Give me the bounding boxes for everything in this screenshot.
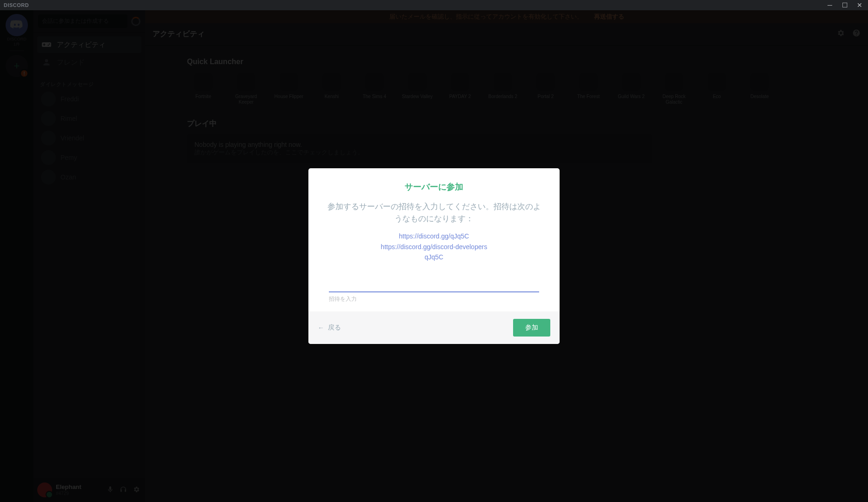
join-button[interactable]: 参加 bbox=[513, 319, 550, 337]
minimize-button[interactable]: ─ bbox=[823, 0, 836, 10]
modal-footer: ← 戻る 参加 bbox=[308, 311, 560, 344]
invite-input-label: 招待を入力 bbox=[329, 295, 539, 303]
close-button[interactable]: ✕ bbox=[853, 0, 866, 10]
invite-example: https://discord.gg/qJq5C bbox=[324, 231, 544, 241]
invite-input[interactable] bbox=[329, 276, 539, 292]
invite-example: https://discord.gg/discord-developers bbox=[324, 242, 544, 252]
maximize-button[interactable]: ☐ bbox=[838, 0, 851, 10]
modal-description: 参加するサーバーの招待を入力してください。招待は次のようなものになります： bbox=[324, 201, 544, 225]
window-controls: ─ ☐ ✕ bbox=[823, 0, 868, 10]
invite-example: qJq5C bbox=[324, 252, 544, 262]
app-logo-text: DISCORD bbox=[4, 2, 29, 8]
arrow-left-icon: ← bbox=[318, 324, 324, 331]
modal-examples: https://discord.gg/qJq5Chttps://discord.… bbox=[324, 231, 544, 262]
join-server-modal: サーバーに参加 参加するサーバーの招待を入力してください。招待は次のようなものに… bbox=[308, 168, 560, 343]
back-label: 戻る bbox=[328, 324, 341, 332]
modal-title: サーバーに参加 bbox=[324, 181, 544, 192]
modal-overlay[interactable]: サーバーに参加 参加するサーバーの招待を入力してください。招待は次のようなものに… bbox=[0, 10, 868, 502]
titlebar: DISCORD ─ ☐ ✕ bbox=[0, 0, 868, 10]
back-button[interactable]: ← 戻る bbox=[318, 324, 341, 332]
